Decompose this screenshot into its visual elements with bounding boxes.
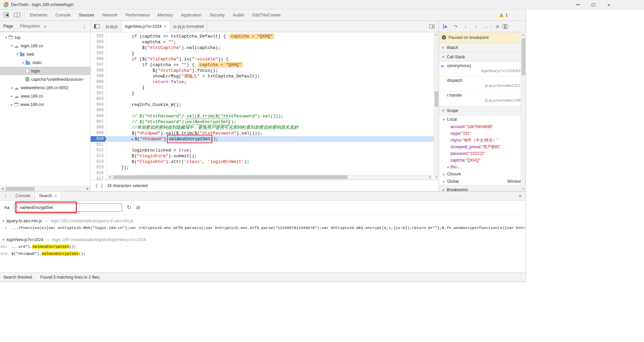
tree-item[interactable]: login bbox=[0, 67, 90, 75]
regex-indicator-icon[interactable]: * bbox=[16, 205, 18, 210]
code-line[interactable]: 609 $("#hidpwd").val($.trim($("#txtPassw… bbox=[91, 130, 439, 136]
tree-item[interactable]: ▾login.189.cn bbox=[0, 42, 90, 50]
scope-variable[interactable]: account: "18879404698" bbox=[439, 123, 526, 130]
scope-global-row[interactable]: ▸ Global Window bbox=[439, 178, 526, 185]
step-icon[interactable]: → bbox=[481, 23, 491, 30]
caret-icon[interactable]: ▾ bbox=[4, 36, 8, 39]
code-line[interactable]: 595 } bbox=[91, 51, 439, 56]
drawer-tab-console[interactable]: Console bbox=[11, 191, 35, 200]
line-number[interactable]: 603 bbox=[91, 96, 107, 102]
match-case-button[interactable]: Aa bbox=[4, 205, 9, 210]
step-into-icon[interactable]: ↓ bbox=[461, 23, 471, 30]
caret-icon[interactable]: ▾ bbox=[441, 55, 445, 59]
caret-icon[interactable]: ▾ bbox=[3, 219, 4, 223]
resume-icon[interactable]: ▶ bbox=[440, 23, 450, 30]
caret-icon[interactable]: ▸ bbox=[21, 61, 25, 64]
call-stack-frame[interactable]: ▶(anonymous)loginNew.js?v=1024:610 bbox=[439, 62, 526, 76]
caret-icon[interactable]: ▾ bbox=[10, 44, 14, 48]
pause-on-exceptions-icon[interactable] bbox=[502, 24, 508, 29]
search-match-row[interactable]: 1...=function(e){var a=CryptoJS.MD5("log… bbox=[0, 224, 526, 231]
line-number[interactable]: 598 bbox=[91, 68, 107, 73]
line-number[interactable]: 605 bbox=[91, 108, 107, 113]
caret-icon[interactable]: ▸ bbox=[10, 94, 14, 98]
scroll-up-icon[interactable]: ▲ bbox=[434, 32, 439, 37]
editor-hscrollbar[interactable]: ◀ ▶ bbox=[107, 175, 433, 180]
section-breakpoints[interactable]: ▾ Breakpoints bbox=[439, 185, 526, 191]
call-stack-frame[interactable]: r.handlejs-jq.js:formatted:1996 bbox=[439, 91, 526, 106]
code-line[interactable]: 612 loginbtnclicked = true; bbox=[91, 148, 439, 153]
caret-icon[interactable]: ▸ bbox=[10, 103, 14, 106]
scrollbar-thumb[interactable] bbox=[435, 91, 438, 107]
line-number[interactable]: 608 bbox=[91, 125, 107, 130]
tab-overflow-chevron[interactable]: » bbox=[43, 24, 47, 29]
line-number[interactable]: 607 bbox=[91, 119, 107, 125]
search-result-file-header[interactable]: ▾loginNew.js?v=1024—login.189.cn/web/sta… bbox=[0, 236, 526, 243]
code-line[interactable]: 593 captcha = ""; bbox=[91, 39, 439, 45]
tab-close-icon[interactable]: × bbox=[164, 24, 167, 28]
scope-variable[interactable]: ▸this: … bbox=[439, 164, 526, 170]
line-number[interactable]: 597 bbox=[91, 62, 107, 68]
caret-icon[interactable]: ▾ bbox=[15, 52, 20, 56]
drawer-more-icon[interactable]: ⋮ bbox=[0, 191, 11, 200]
editor-vscrollbar[interactable]: ▲ ▼ bbox=[434, 32, 439, 180]
code-line[interactable]: 599 showErrMsg("请输入" + txtCaptcha_Defaul… bbox=[91, 73, 439, 79]
caret-icon[interactable]: ▸ bbox=[441, 46, 445, 49]
tab-sources[interactable]: Sources bbox=[75, 9, 98, 20]
pretty-print-icon[interactable]: { } bbox=[95, 183, 103, 188]
caret-icon[interactable]: ▾ bbox=[442, 118, 446, 121]
line-number[interactable]: 613 bbox=[91, 153, 107, 159]
line-number[interactable]: 615 bbox=[91, 165, 107, 170]
deactivate-breakpoints-icon[interactable]: ⊘ bbox=[492, 23, 502, 30]
tree-item[interactable]: ▸www.189.cn bbox=[0, 92, 90, 100]
scope-variable[interactable]: captcha: "QXHQ" bbox=[439, 157, 526, 164]
line-number[interactable]: 611 bbox=[91, 142, 107, 148]
search-result-file-header[interactable]: ▾jquery.fn-aes.min.js—login.189.cn/web/s… bbox=[0, 217, 526, 224]
code-line[interactable]: 594 $("#txtCaptcha").val(captcha); bbox=[91, 45, 439, 51]
scope-variable[interactable]: cityno: "地市（中文/拼音）" bbox=[439, 137, 526, 144]
navigator-tab-page[interactable]: Page bbox=[0, 24, 16, 28]
tab-performance[interactable]: Performance bbox=[122, 9, 154, 20]
code-line[interactable]: 596 if ($("#liCaptcha").is(":visible")) … bbox=[91, 56, 439, 62]
search-match-row[interactable]: 610$("#hidpwd").valAesEncryptSet(); bbox=[0, 250, 526, 257]
caret-icon[interactable]: ▸ bbox=[442, 172, 446, 176]
tree-item[interactable]: captcha?undefined&source= bbox=[0, 75, 90, 83]
tab-elements[interactable]: Elements bbox=[26, 9, 51, 20]
code-line[interactable]: 597 if (captcha == "") {captcha = "QXHQ" bbox=[91, 62, 439, 68]
code-line[interactable]: 603 bbox=[91, 96, 439, 102]
line-number[interactable]: 616 bbox=[91, 170, 107, 176]
scope-variable[interactable]: utype: "201" bbox=[439, 130, 526, 137]
line-number[interactable]: 609 bbox=[91, 130, 107, 136]
caret-icon[interactable]: ▾ bbox=[3, 238, 4, 241]
tree-item[interactable]: ▸www.189.cn/ bbox=[0, 100, 90, 109]
tab-console[interactable]: Console bbox=[51, 9, 75, 20]
scope-variable[interactable]: showpwd_preval: "用户密码" bbox=[439, 144, 526, 150]
close-button[interactable]: × bbox=[601, 0, 616, 9]
tab-editthiscookie[interactable]: EditThisCookie bbox=[248, 9, 284, 20]
caret-icon[interactable]: ▸ bbox=[446, 165, 450, 169]
section-scope[interactable]: ▾ Scope bbox=[439, 106, 526, 115]
line-number[interactable]: 606 bbox=[91, 113, 107, 119]
line-number[interactable]: 594 bbox=[91, 45, 107, 51]
code-line[interactable]: 605 bbox=[91, 108, 439, 113]
code-line[interactable]: 606 // $("#txtPassword").val($.trim($("#… bbox=[91, 113, 439, 119]
search-refresh-icon[interactable]: ↻ bbox=[127, 205, 131, 210]
warning-badge[interactable]: 1 bbox=[499, 9, 508, 20]
scrollbar-thumb[interactable] bbox=[522, 38, 525, 75]
tree-item[interactable]: ▾top bbox=[0, 33, 90, 42]
search-clear-icon[interactable]: ⊘ bbox=[136, 205, 140, 210]
drawer-tab-search[interactable]: Search× bbox=[35, 191, 61, 200]
line-number[interactable]: 617 bbox=[91, 176, 107, 180]
tab-security[interactable]: Security bbox=[206, 9, 229, 20]
tree-item[interactable]: ▸static bbox=[0, 58, 90, 67]
code-line[interactable]: 614 $("#loginbtn").attr('class', 'loginB… bbox=[91, 159, 439, 165]
line-number[interactable]: 600 bbox=[91, 79, 107, 85]
tab-audits[interactable]: Audits bbox=[229, 9, 249, 20]
scroll-down-icon[interactable]: ▼ bbox=[434, 175, 439, 180]
tree-item[interactable]: ▸webwebfenxi.189.cn:9002 bbox=[0, 83, 90, 92]
minimize-button[interactable] bbox=[570, 0, 586, 9]
caret-icon[interactable]: ▾ bbox=[441, 188, 445, 191]
scroll-up-icon[interactable]: ▲ bbox=[521, 32, 526, 37]
tab-close-icon[interactable]: × bbox=[54, 194, 57, 198]
code-line[interactable]: 602 } bbox=[91, 91, 439, 96]
editor-tab[interactable]: js-jq.js:formatted bbox=[170, 21, 207, 32]
